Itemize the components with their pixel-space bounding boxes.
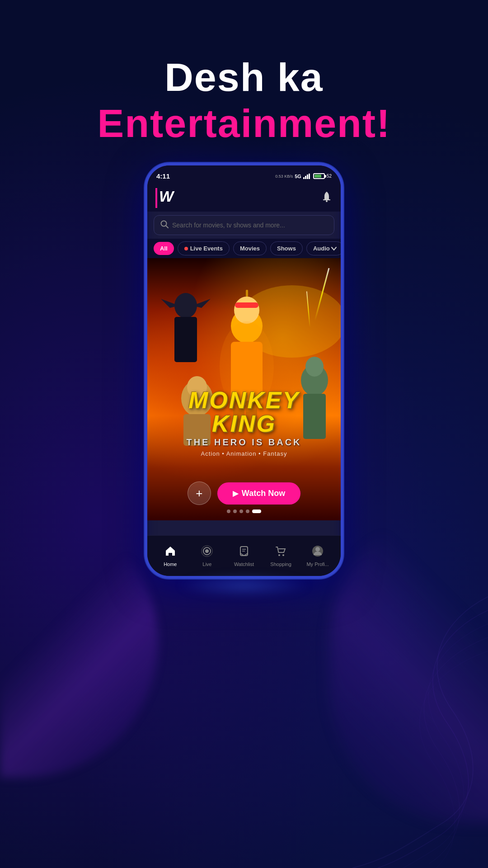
svg-rect-1: [305, 176, 306, 179]
tab-shows[interactable]: Shows: [270, 241, 303, 255]
dot-4: [246, 509, 249, 513]
home-icon: [164, 545, 176, 560]
svg-text:W: W: [159, 188, 175, 204]
app-header: W: [147, 184, 341, 212]
bottom-nav: Home Live: [147, 535, 341, 576]
nav-live-label: Live: [202, 561, 211, 567]
svg-point-23: [305, 357, 324, 377]
pagination-dots: [227, 509, 261, 513]
play-icon: ▶: [233, 489, 238, 498]
hero-line2: Entertainment!: [0, 100, 488, 146]
network-type: 5G: [295, 174, 301, 179]
svg-rect-0: [303, 177, 305, 179]
svg-point-34: [315, 547, 320, 552]
nav-profile[interactable]: My Profi...: [299, 545, 336, 567]
profile-icon: [312, 545, 324, 560]
dot-5-active: [252, 509, 261, 513]
nav-watchlist-label: Watchlist: [234, 561, 254, 567]
movie-title-line2: KING: [147, 412, 341, 435]
banner-buttons: + ▶ Watch Now: [188, 481, 300, 505]
banner-controls: + ▶ Watch Now: [147, 481, 341, 513]
banner-title: MONKEY KING THE HERO IS BACK Action • An…: [147, 388, 341, 457]
live-icon: [201, 545, 213, 560]
svg-rect-17: [235, 302, 258, 308]
svg-rect-3: [309, 174, 310, 179]
filter-tabs: All Live Events Movies Shows Audio: [147, 239, 341, 258]
dot-3: [239, 509, 243, 513]
search-bar[interactable]: Search for movies, tv shows and more...: [154, 215, 334, 235]
movie-title-line1: MONKEY: [147, 388, 341, 412]
status-bar: 4:11 0.53 KB/s 5G 52: [147, 165, 341, 184]
status-icons: 0.53 KB/s 5G 52: [275, 173, 332, 179]
nav-watchlist[interactable]: Watchlist: [225, 545, 263, 567]
phone-frame: 4:11 0.53 KB/s 5G 52: [145, 163, 343, 579]
nav-shopping-label: Shopping: [270, 561, 291, 567]
tab-live-events[interactable]: Live Events: [178, 241, 230, 255]
nav-profile-label: My Profi...: [306, 561, 329, 567]
movie-genres: Action • Animation • Fantasy: [147, 450, 341, 457]
hero-banner[interactable]: MONKEY KING THE HERO IS BACK Action • An…: [147, 258, 341, 520]
status-time: 4:11: [156, 172, 170, 180]
search-icon: [160, 220, 169, 230]
app-logo: W: [155, 188, 178, 208]
hero-text-container: Desh ka Entertainment!: [0, 54, 488, 146]
svg-point-31: [278, 554, 280, 556]
phone-mockup: 4:11 0.53 KB/s 5G 52: [145, 163, 343, 579]
dot-1: [227, 509, 230, 513]
battery-icon: [313, 173, 325, 179]
search-placeholder: Search for movies, tv shows and more...: [172, 222, 285, 229]
svg-point-5: [326, 200, 328, 202]
notification-bell-icon[interactable]: [321, 191, 333, 205]
tab-audio[interactable]: Audio: [306, 241, 341, 255]
signal-icon: [303, 173, 311, 179]
svg-point-32: [282, 554, 284, 556]
svg-rect-10: [174, 317, 197, 362]
svg-point-25: [205, 549, 209, 553]
battery-percent: 52: [327, 174, 332, 179]
watch-now-button[interactable]: ▶ Watch Now: [217, 482, 300, 505]
dot-2: [233, 509, 237, 513]
nav-shopping[interactable]: Shopping: [263, 545, 300, 567]
nav-home-label: Home: [164, 561, 177, 567]
battery-fill: [314, 175, 321, 178]
svg-line-7: [166, 226, 168, 228]
chevron-down-icon: [331, 245, 337, 252]
add-to-watchlist-button[interactable]: +: [188, 481, 211, 505]
svg-point-16: [234, 297, 259, 324]
hero-line1: Desh ka: [0, 54, 488, 100]
network-speed: 0.53 KB/s: [275, 174, 293, 179]
nav-live[interactable]: Live: [189, 545, 226, 567]
svg-rect-2: [307, 175, 308, 179]
movie-subtitle: THE HERO IS BACK: [147, 437, 341, 448]
phone-reflection: [176, 574, 312, 597]
live-dot: [184, 247, 188, 250]
tab-movies[interactable]: Movies: [233, 241, 267, 255]
shopping-icon: [275, 545, 287, 560]
logo-svg: W: [159, 188, 178, 204]
tab-all[interactable]: All: [154, 242, 174, 255]
watchlist-icon: [238, 545, 250, 560]
nav-home[interactable]: Home: [152, 545, 189, 567]
